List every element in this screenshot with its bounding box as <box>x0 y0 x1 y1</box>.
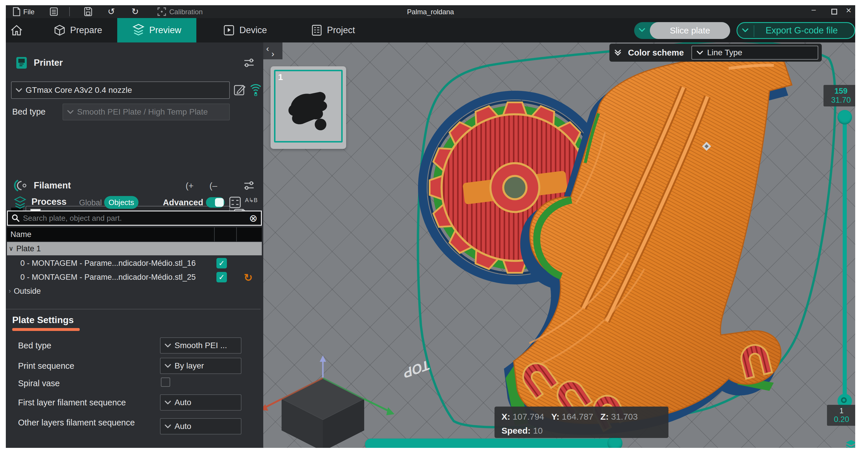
export-gcode-button[interactable]: Export G-code file <box>737 22 855 39</box>
objects-table-icon[interactable] <box>229 196 242 209</box>
screenshot-stage: File ↺ ↻ Calibration Palma_roldana – × P… <box>0 0 868 456</box>
object-modified-sync-icon[interactable]: ↻ <box>244 272 252 284</box>
outside-row-label: Outside <box>14 287 41 296</box>
left-sidebar: Printer GTmax Core A3v2 0.4 nozzle Bed t… <box>6 42 263 448</box>
ps-other-seq-chevron <box>165 424 171 428</box>
object-visible-checkbox[interactable]: ✓ <box>216 258 227 268</box>
tab-prepare[interactable]: Prepare <box>54 18 102 42</box>
color-scheme-chevron <box>697 51 703 55</box>
tab-prepare-label: Prepare <box>70 25 102 35</box>
search-input[interactable] <box>23 214 246 223</box>
twisty-closed-icon[interactable]: › <box>9 287 11 295</box>
tree-row-object[interactable]: 0 - MONTAGEM - Parame...ndicador-Médio.s… <box>7 270 262 284</box>
tab-device-label: Device <box>239 25 267 35</box>
x-value: 107.794 <box>513 412 544 421</box>
process-section-title: Process <box>31 197 67 207</box>
color-scheme-bar: Color scheme Line Type <box>610 44 822 62</box>
nav-cube[interactable]: TOP <box>263 355 430 448</box>
layer-slider-top-handle[interactable] <box>837 110 852 125</box>
advanced-toggle[interactable] <box>206 197 224 208</box>
plate-thumbnail[interactable]: 1 <box>271 66 346 149</box>
tab-preview-label: Preview <box>149 25 181 35</box>
layer-slider-track[interactable] <box>843 117 847 406</box>
ps-other-seq-select[interactable]: Auto <box>160 418 242 434</box>
ps-print-seq-value: By layer <box>175 361 204 370</box>
layer-slider-top-tooltip: 159 31.70 <box>824 85 855 106</box>
prepare-cube-icon <box>54 25 65 36</box>
process-scope-objects[interactable]: Objects <box>104 196 138 209</box>
close-button[interactable]: × <box>846 6 851 14</box>
home-icon[interactable] <box>10 25 23 36</box>
export-dropdown-icon[interactable] <box>742 28 748 32</box>
tree-row-plate[interactable]: ∨ Plate 1 <box>7 242 262 255</box>
printer-preset-select[interactable]: GTmax Core A3v2 0.4 nozzle <box>11 82 230 99</box>
edit-printer-icon[interactable] <box>233 83 246 96</box>
minimize-button[interactable]: – <box>812 6 816 13</box>
nav-cube-top-label: TOP <box>403 357 430 382</box>
tree-row-outside[interactable]: › Outside <box>7 285 262 298</box>
slice-plate-label[interactable]: Slice plate <box>650 22 730 39</box>
gcode-preview-scene[interactable]: TOP <box>263 42 855 448</box>
ps-bed-type-select[interactable]: Smooth PEI ... <box>160 337 242 354</box>
wifi-connection-icon[interactable] <box>250 83 262 96</box>
gcode-preview-viewport[interactable]: TOP ‹ › 1 Color scheme <box>263 42 855 448</box>
ps-print-seq-select[interactable]: By layer <box>160 358 242 374</box>
ps-first-seq-label: First layer filament sequence <box>18 398 126 408</box>
device-monitor-icon <box>223 25 235 36</box>
add-filament-icon[interactable]: (+ <box>186 181 194 191</box>
tab-project-label: Project <box>327 25 355 35</box>
advanced-label: Advanced <box>163 198 203 207</box>
y-label: Y: <box>551 412 559 421</box>
tab-project[interactable]: Project <box>311 18 355 42</box>
filament-spool-icon <box>14 179 29 192</box>
layer-slider-lock-icon <box>841 397 847 403</box>
z-label: Z: <box>600 412 609 421</box>
bed-type-chevron <box>67 110 73 114</box>
bottom-layer-number: 1 <box>829 406 854 415</box>
title-bar: File ↺ ↻ Calibration Palma_roldana – × <box>6 5 855 18</box>
layer-slider-bottom-tooltip: 1 0.20 <box>827 405 855 426</box>
tab-device[interactable]: Device <box>223 18 267 42</box>
bed-type-select[interactable]: Smooth PEI Plate / High Temp Plate <box>63 103 230 120</box>
slice-plate-button[interactable]: Slice plate <box>634 22 730 39</box>
ps-bed-type-value: Smooth PEI ... <box>175 341 227 350</box>
printer-settings-icon[interactable] <box>243 57 255 69</box>
slice-dropdown-icon[interactable] <box>639 28 645 32</box>
main-tab-bar: Prepare Preview Device Project Slice pla… <box>6 18 855 42</box>
maximize-button[interactable] <box>831 9 837 14</box>
double-chevron-icon[interactable] <box>615 50 621 56</box>
bed-type-label: Bed type <box>12 107 45 117</box>
remove-filament-icon[interactable]: (– <box>210 181 217 191</box>
tree-column-divider <box>214 227 215 241</box>
process-scope-global[interactable]: Global <box>79 198 102 207</box>
ps-print-seq-chevron <box>165 364 171 368</box>
object-row-label: 0 - MONTAGEM - Parame...ndicador-Médio.s… <box>7 273 196 282</box>
tab-preview[interactable]: Preview <box>117 18 196 42</box>
moves-slider-track[interactable] <box>365 438 617 448</box>
color-scheme-select[interactable]: Line Type <box>691 46 818 60</box>
export-gcode-label[interactable]: Export G-code file <box>737 25 854 36</box>
layers-icon[interactable] <box>844 439 855 448</box>
plate-settings-underline <box>12 328 80 331</box>
search-box[interactable]: ⊗ <box>7 210 262 226</box>
ps-bed-chevron <box>165 344 171 348</box>
window-title: Palma_roldana <box>6 8 855 16</box>
color-scheme-value: Line Type <box>707 48 742 57</box>
sidebar-collapse-button[interactable]: ‹ › <box>263 42 282 59</box>
tree-header-name: Name <box>7 227 262 241</box>
spiral-vase-checkbox[interactable] <box>161 378 170 387</box>
sort-ab-icon[interactable]: A↳B <box>245 197 257 203</box>
twisty-open-icon[interactable]: ∨ <box>9 245 13 253</box>
object-visible-checkbox[interactable]: ✓ <box>216 272 227 282</box>
ps-first-seq-select[interactable]: Auto <box>160 394 242 411</box>
chevron-left-icon: ‹ <box>266 44 269 54</box>
search-clear-icon[interactable]: ⊗ <box>249 213 258 223</box>
speed-label: Speed: <box>501 426 531 435</box>
tree-row-object[interactable]: 0 - MONTAGEM - Parame...ndicador-Médio.s… <box>7 257 262 270</box>
position-status-tooltip: X: 107.794 Y: 164.787 Z: 31.703 Speed: 1… <box>495 406 669 438</box>
export-separator <box>754 25 754 37</box>
top-layer-number: 159 <box>826 87 855 96</box>
plate-row-label: Plate 1 <box>16 244 41 253</box>
project-list-icon <box>311 25 322 36</box>
filament-settings-icon[interactable] <box>243 180 255 191</box>
